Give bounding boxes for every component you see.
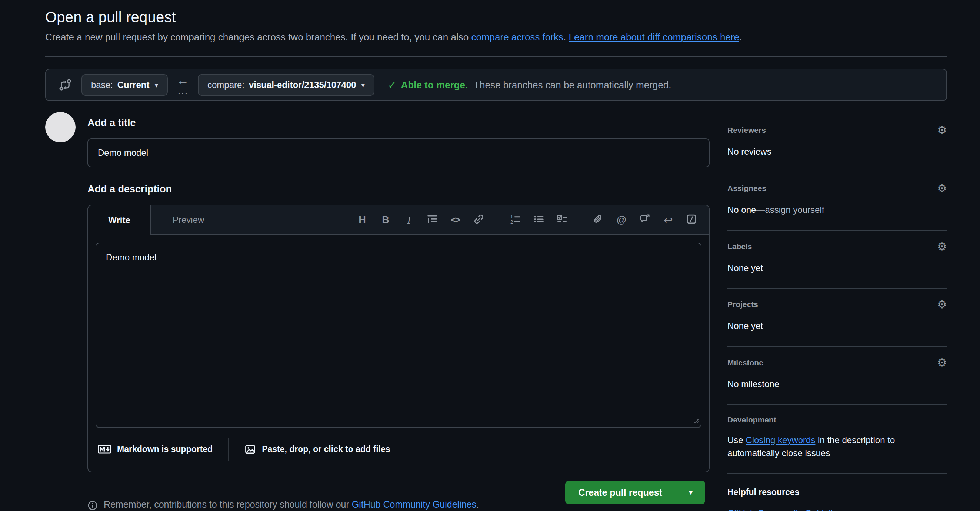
helpful-resources-section: Helpful resources GitHub Community Guide… [727, 474, 947, 511]
learn-more-diff-link[interactable]: Learn more about diff comparisons here [568, 32, 739, 43]
note-prefix: Remember, contributions to this reposito… [104, 499, 352, 509]
compare-across-forks-link[interactable]: compare across forks [471, 32, 563, 43]
range-dots: … [177, 85, 189, 96]
slash-command-button[interactable] [684, 211, 698, 228]
markdown-supported-link[interactable]: Markdown is supported [98, 444, 213, 454]
labels-value: None yet [727, 262, 947, 275]
milestone-value: No milestone [727, 378, 947, 391]
git-compare-icon [59, 78, 72, 92]
unordered-list-button[interactable] [531, 211, 546, 228]
assignees-value: No one—assign yourself [727, 204, 947, 217]
helpful-resources-value: GitHub Community Guidelines [727, 507, 947, 511]
title-heading: Add a title [88, 117, 710, 129]
subtitle-period: . [739, 32, 742, 43]
description-heading: Add a description [88, 184, 710, 195]
compare-label: compare: [207, 80, 245, 90]
info-icon [88, 500, 98, 511]
markdown-hint-text: Markdown is supported [117, 444, 213, 454]
editor-toolbar: H B I <> 12 [355, 206, 709, 234]
base-branch-name: Current [118, 80, 150, 90]
heading-button[interactable]: H [355, 211, 369, 228]
bold-icon: B [382, 214, 389, 226]
svg-text:1: 1 [511, 214, 513, 220]
labels-heading: Labels [727, 242, 752, 251]
community-guidelines-link[interactable]: GitHub Community Guidelines [352, 499, 476, 509]
development-value: Use Closing keywords in the description … [727, 434, 947, 460]
reply-icon: ↩ [663, 214, 673, 227]
compare-branch-name: visual-editor/2135/107400 [249, 80, 356, 90]
assign-yourself-link[interactable]: assign yourself [765, 205, 824, 215]
merge-status-ok: Able to merge. [401, 79, 468, 91]
assignees-none-text: No one— [727, 205, 765, 215]
reviewers-section: Reviewers ⚙ No reviews [727, 122, 947, 172]
reviewers-value: No reviews [727, 145, 947, 158]
toolbar-divider [580, 212, 581, 228]
resize-grip[interactable] [693, 418, 699, 426]
cross-reference-button[interactable] [638, 211, 652, 228]
merge-status: ✓ Able to merge. These branches can be a… [388, 79, 671, 91]
code-icon: <> [451, 215, 460, 225]
pr-description-textarea[interactable]: Demo model [95, 243, 702, 428]
pr-title-input[interactable] [88, 138, 710, 167]
compare-range-arrow: ← … [177, 74, 189, 96]
svg-text:2: 2 [511, 219, 513, 225]
assignees-heading: Assignees [727, 184, 766, 193]
mention-button[interactable]: @ [614, 211, 628, 228]
compare-branch-dropdown[interactable]: compare: visual-editor/2135/107400 ▾ [198, 74, 374, 96]
footer-divider [228, 438, 229, 461]
projects-heading: Projects [727, 300, 758, 309]
italic-button[interactable]: I [402, 211, 416, 228]
link-icon [473, 214, 484, 226]
markdown-editor: Write Preview H B I <> 12 [88, 205, 710, 473]
caret-down-icon: ▾ [154, 81, 158, 89]
helpful-guidelines-link[interactable]: GitHub Community Guidelines [727, 508, 847, 511]
subtitle-text: Create a new pull request by comparing c… [45, 32, 471, 43]
avatar [45, 112, 76, 142]
quote-icon [427, 214, 438, 226]
reviewers-gear-icon[interactable]: ⚙ [937, 125, 947, 136]
task-list-button[interactable] [555, 211, 569, 228]
numbered-list-button[interactable]: 12 [508, 211, 522, 228]
projects-value: None yet [727, 319, 947, 333]
contribution-note: Remember, contributions to this reposito… [88, 499, 710, 511]
image-icon [245, 444, 256, 455]
quote-button[interactable] [425, 211, 439, 228]
branch-compare-bar: base: Current ▾ ← … compare: visual-edit… [45, 69, 947, 101]
attach-file-button[interactable] [591, 211, 605, 228]
development-section: Development Use Closing keywords in the … [727, 405, 947, 474]
code-button[interactable]: <> [449, 211, 463, 228]
pr-form: Add a title Add a description Write Prev… [88, 112, 710, 504]
page-subtitle: Create a new pull request by comparing c… [45, 32, 947, 43]
tab-write[interactable]: Write [88, 206, 151, 235]
caret-down-icon: ▾ [689, 488, 693, 497]
numbered-list-icon: 12 [510, 214, 521, 226]
contribution-note-text: Remember, contributions to this reposito… [104, 499, 479, 510]
attach-files-button[interactable]: Paste, drop, or click to add files [245, 444, 390, 455]
milestone-gear-icon[interactable]: ⚙ [937, 357, 947, 368]
cross-reference-icon [639, 214, 651, 226]
task-list-icon [556, 214, 567, 226]
mention-icon: @ [616, 214, 626, 226]
paperclip-icon [593, 214, 604, 226]
milestone-section: Milestone ⚙ No milestone [727, 347, 947, 405]
link-button[interactable] [472, 211, 486, 228]
caret-down-icon: ▾ [361, 81, 365, 89]
base-branch-dropdown[interactable]: base: Current ▾ [81, 74, 168, 96]
labels-gear-icon[interactable]: ⚙ [937, 241, 947, 252]
bold-button[interactable]: B [379, 211, 393, 228]
assignees-gear-icon[interactable]: ⚙ [937, 183, 947, 194]
projects-gear-icon[interactable]: ⚙ [937, 299, 947, 310]
reply-button[interactable]: ↩ [661, 211, 675, 228]
closing-keywords-link[interactable]: Closing keywords [746, 435, 815, 445]
development-heading: Development [727, 415, 776, 424]
paste-hint-text: Paste, drop, or click to add files [262, 444, 390, 454]
tab-preview[interactable]: Preview [151, 206, 226, 234]
merge-status-detail: These branches can be automatically merg… [474, 79, 671, 91]
base-label: base: [91, 80, 113, 90]
markdown-icon [98, 445, 111, 454]
labels-section: Labels ⚙ None yet [727, 231, 947, 289]
heading-icon: H [358, 214, 366, 226]
assignees-section: Assignees ⚙ No one—assign yourself [727, 172, 947, 231]
italic-icon: I [407, 214, 411, 226]
subtitle-separator: . [563, 32, 568, 43]
